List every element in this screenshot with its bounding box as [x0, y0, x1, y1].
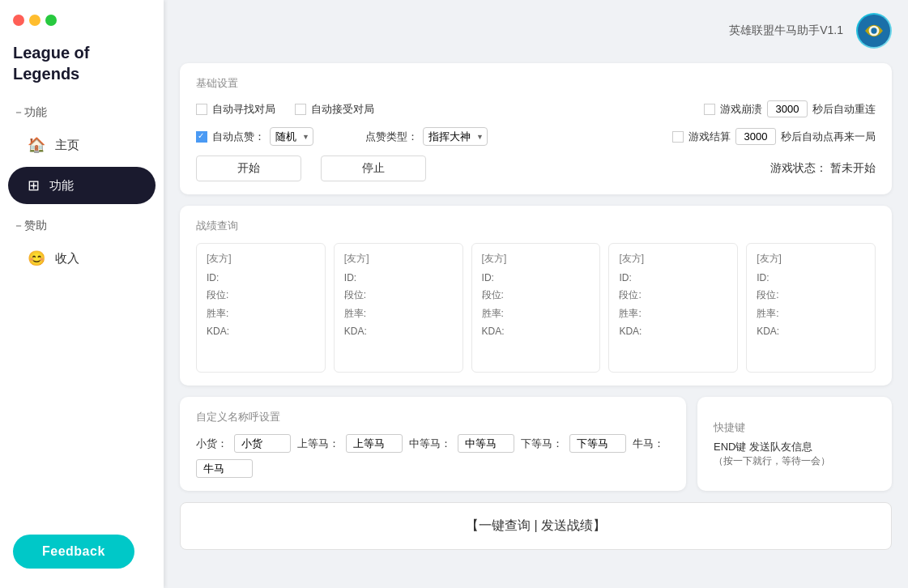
titlebar-dots — [0, 0, 164, 34]
game-status: 游戏状态： 暂未开始 — [770, 161, 876, 176]
rank-row-1: 段位: — [344, 288, 453, 302]
auto-accept-checkbox[interactable] — [295, 104, 306, 115]
battle-card-1: [友方] ID: 段位: 胜率: KDA: — [334, 243, 463, 373]
feedback-button[interactable]: Feedback — [13, 535, 134, 569]
basic-settings-title: 基础设置 — [196, 76, 876, 91]
auto-like-item: 自动点赞： 随机 固定 — [196, 127, 313, 146]
sidebar-item-label-home: 主页 — [55, 138, 79, 153]
label-xiadengma: 下等马： — [521, 437, 563, 451]
grid-icon: ⊞ — [28, 177, 40, 194]
battle-card-3: [友方] ID: 段位: 胜率: KDA: — [608, 243, 738, 373]
label-zhongdengma: 中等马： — [409, 437, 451, 451]
like-type-select-wrapper: 指挥大神 超级英雄 最强赋能 — [423, 127, 488, 146]
shortcut-title: 快捷键 — [714, 420, 745, 435]
kda-row-2: KDA: — [482, 326, 590, 337]
auto-like-select-wrapper: 随机 固定 — [270, 127, 313, 146]
team-label-4: [友方] — [757, 252, 865, 266]
settings-row-2: 自动点赞： 随机 固定 点赞类型： 指挥大神 超级英雄 最强 — [196, 127, 876, 146]
battle-cards-container: [友方] ID: 段位: 胜率: KDA: [友方] ID: 段位: 胜率: K… — [196, 243, 876, 373]
team-label-1: [友方] — [344, 252, 453, 266]
team-label-0: [友方] — [207, 252, 315, 266]
id-row-4: ID: — [757, 272, 865, 283]
shortcut-line1: END键 发送队友信息 — [714, 440, 812, 454]
id-row-1: ID: — [344, 272, 453, 283]
game-crash-input[interactable] — [767, 100, 808, 117]
sidebar-item-home[interactable]: 🏠 主页 — [8, 126, 156, 164]
game-end-input[interactable] — [735, 128, 776, 145]
auto-accept-label: 自动接受对局 — [311, 102, 374, 117]
input-xiadengma[interactable] — [569, 434, 626, 453]
id-row-3: ID: — [619, 272, 727, 283]
svg-point-2 — [871, 28, 876, 33]
winrate-row-3: 胜率: — [619, 307, 727, 321]
game-crash-label: 游戏崩溃 — [720, 102, 762, 117]
like-type-select[interactable]: 指挥大神 超级英雄 最强赋能 — [423, 127, 488, 146]
like-type-item: 点赞类型： 指挥大神 超级英雄 最强赋能 — [365, 127, 488, 146]
home-icon: 🏠 — [28, 136, 45, 154]
auto-like-label: 自动点赞： — [212, 130, 265, 144]
id-row-0: ID: — [207, 272, 315, 283]
header-bar: 英雄联盟牛马助手V1.1 — [180, 13, 892, 49]
auto-accept-item: 自动接受对局 — [295, 102, 374, 117]
game-crash-suffix: 秒后自动重连 — [812, 102, 876, 117]
header-title: 英雄联盟牛马助手V1.1 — [729, 23, 843, 38]
input-niuma[interactable] — [196, 459, 253, 478]
label-xiaohuo: 小货： — [196, 437, 228, 451]
game-end-suffix: 秒后自动点再来一局 — [781, 130, 876, 144]
custom-names-title: 自定义名称呼设置 — [196, 410, 670, 424]
maximize-dot[interactable] — [45, 15, 57, 26]
close-dot[interactable] — [13, 15, 24, 26]
input-xiaohuo[interactable] — [234, 434, 291, 453]
nav-section-features: －功能 — [0, 100, 164, 125]
settings-row-3: 开始 停止 游戏状态： 暂未开始 — [196, 156, 876, 181]
battle-records-title: 战绩查询 — [196, 219, 876, 233]
game-crash-checkbox[interactable] — [704, 104, 715, 115]
rank-row-3: 段位: — [619, 288, 727, 302]
start-button[interactable]: 开始 — [196, 156, 301, 181]
custom-names-card: 自定义名称呼设置 小货： 上等马： 中等马： 下等马： 牛马： — [180, 397, 686, 491]
battle-card-0: [友方] ID: 段位: 胜率: KDA: — [196, 243, 326, 373]
basic-settings-card: 基础设置 自动寻找对局 自动接受对局 游戏崩溃 秒后自动重连 — [180, 63, 892, 194]
winrate-row-2: 胜率: — [482, 307, 590, 321]
id-row-2: ID: — [482, 272, 590, 283]
query-button[interactable]: 【一键查询 | 发送战绩】 — [180, 502, 892, 550]
kda-row-4: KDA: — [757, 326, 865, 337]
battle-card-2: [友方] ID: 段位: 胜率: KDA: — [471, 243, 601, 373]
game-end-item: 游戏结算 秒后自动点再来一局 — [672, 128, 876, 145]
sidebar-item-label-features: 功能 — [49, 178, 74, 194]
nav-section-sponsor: －赞助 — [0, 214, 164, 238]
battle-card-4: [友方] ID: 段位: 胜率: KDA: — [746, 243, 876, 373]
rank-row-4: 段位: — [757, 288, 865, 302]
game-status-value: 暂未开始 — [830, 161, 876, 174]
main-content: 英雄联盟牛马助手V1.1 基础设置 自动寻找对局 自动接受对局 — [164, 0, 908, 588]
minimize-dot[interactable] — [29, 15, 40, 26]
shortcut-line2: （按一下就行，等待一会） — [714, 454, 830, 468]
auto-find-match-label: 自动寻找对局 — [212, 102, 275, 117]
sidebar-item-features[interactable]: ⊞ 功能 — [8, 167, 156, 204]
stop-button[interactable]: 停止 — [321, 156, 426, 181]
team-label-3: [友方] — [619, 252, 727, 266]
app-logo — [856, 13, 892, 49]
names-row: 小货： 上等马： 中等马： 下等马： 牛马： — [196, 434, 670, 478]
winrate-row-4: 胜率: — [757, 307, 865, 321]
kda-row-1: KDA: — [344, 326, 453, 337]
auto-find-match-item: 自动寻找对局 — [196, 102, 275, 117]
auto-like-checkbox[interactable] — [196, 131, 207, 143]
sidebar-item-label-income: 收入 — [55, 251, 79, 266]
bottom-section: 自定义名称呼设置 小货： 上等马： 中等马： 下等马： 牛马： 快捷键 END键… — [180, 397, 892, 491]
input-shangdengma[interactable] — [346, 434, 403, 453]
auto-like-select[interactable]: 随机 固定 — [270, 127, 313, 146]
winrate-row-1: 胜率: — [344, 307, 453, 321]
winrate-row-0: 胜率: — [207, 307, 315, 321]
shortcut-card: 快捷键 END键 发送队友信息 （按一下就行，等待一会） — [697, 397, 892, 491]
label-shangdengma: 上等马： — [297, 437, 339, 451]
auto-find-match-checkbox[interactable] — [196, 104, 207, 115]
input-zhongdengma[interactable] — [458, 434, 514, 453]
game-end-checkbox[interactable] — [672, 131, 684, 143]
income-icon: 😊 — [28, 249, 45, 267]
app-title: League of Legends — [0, 34, 164, 100]
label-niuma: 牛马： — [633, 437, 664, 451]
game-end-label: 游戏结算 — [688, 130, 731, 144]
game-crash-item: 游戏崩溃 秒后自动重连 — [704, 100, 876, 117]
sidebar-item-income[interactable]: 😊 收入 — [8, 240, 156, 277]
